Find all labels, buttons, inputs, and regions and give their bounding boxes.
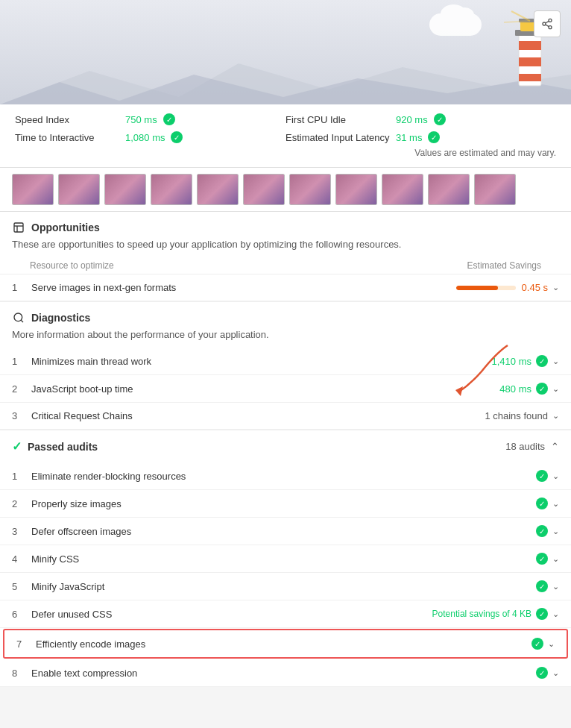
passed-item-2[interactable]: 2 Properly size images ✓ ⌄ [0,490,571,518]
passed-item-1[interactable]: 1 Eliminate render-blocking resources ✓ … [0,462,571,490]
first-cpu-idle-check: ✓ [434,113,446,125]
passed-check-4: ✓ [536,553,548,565]
mountains-illustration [0,60,571,104]
diag-chevron-2[interactable]: ⌄ [552,384,559,394]
diag-label-1: Minimizes main thread work [31,356,486,367]
input-latency-check: ✓ [428,131,440,143]
tti-value: 1,080 ms [125,132,165,143]
passed-label-3: Defer offscreen images [31,526,530,537]
film-frame-2 [58,174,100,205]
passed-right-2: ✓ ⌄ [536,498,559,509]
passed-label-7: Efficiently encode images [36,638,526,650]
diag-label-2: JavaScript boot-up time [31,383,493,395]
diagnostic-item-1[interactable]: 1 Minimizes main thread work 1,410 ms ✓ … [0,348,571,375]
metrics-section: Speed Index 750 ms ✓ First CPU Idle 920 … [0,104,571,168]
share-button[interactable] [534,10,561,37]
passed-item-4[interactable]: 4 Minify CSS ✓ ⌄ [0,545,571,573]
passed-item-7[interactable]: 7 Efficiently encode images ✓ ⌄ [3,629,568,659]
col-savings: Estimated Savings [467,260,541,271]
diag-right-2: 480 ms ✓ ⌄ [499,383,559,395]
film-frame-8 [335,174,377,205]
diag-num-2: 2 [12,383,25,395]
opportunity-savings-1: 0.45 s ⌄ [456,282,559,293]
svg-line-15 [546,21,549,23]
svg-line-20 [21,320,23,322]
passed-item-5[interactable]: 5 Minify JavaScript ✓ ⌄ [0,573,571,600]
metrics-grid: Speed Index 750 ms ✓ First CPU Idle 920 … [15,113,556,143]
diagnostic-item-2[interactable]: 2 JavaScript boot-up time 480 ms ✓ ⌄ [0,375,571,403]
diag-label-3: Critical Request Chains [31,410,479,421]
diag-check-1: ✓ [536,355,548,367]
passed-num-7: 7 [16,638,30,650]
speed-index-check: ✓ [163,113,175,125]
passed-chevron-3[interactable]: ⌄ [552,527,559,536]
film-frame-11 [474,174,516,205]
chevron-up-icon[interactable]: ⌃ [551,441,559,452]
metric-speed-index: Speed Index 750 ms ✓ [15,113,286,125]
passed-right-1: ✓ ⌄ [536,470,559,482]
passed-savings-6: Potential savings of 4 KB [432,609,531,619]
chevron-icon-1[interactable]: ⌄ [552,283,559,292]
film-frame-7 [289,174,331,205]
diagnostics-title: Diagnostics [31,312,90,324]
opportunities-table-header: Resource to optimize Estimated Savings [0,257,571,274]
checkmark-icon: ✓ [12,439,22,454]
passed-right-6: Potential savings of 4 KB ✓ ⌄ [432,608,559,620]
svg-point-12 [543,22,546,25]
diagnostics-header: Diagnostics [0,302,571,327]
film-frame-3 [104,174,146,205]
passed-chevron-2[interactable]: ⌄ [552,499,559,509]
diag-value-2: 480 ms [499,383,531,395]
first-cpu-idle-value: 920 ms [396,114,428,125]
passed-right-8: ✓ ⌄ [536,667,559,679]
metric-first-cpu-idle: First CPU Idle 920 ms ✓ [286,113,556,125]
passed-check-1: ✓ [536,470,548,482]
diagnostic-item-3[interactable]: 3 Critical Request Chains 1 chains found… [0,403,571,430]
first-cpu-idle-label: First CPU Idle [286,114,390,125]
speed-index-value: 750 ms [125,114,157,125]
film-frame-6 [243,174,285,205]
passed-num-2: 2 [12,498,25,509]
passed-header-left: ✓ Passed audits [12,439,98,454]
passed-check-3: ✓ [536,525,548,537]
passed-item-3[interactable]: 3 Defer offscreen images ✓ ⌄ [0,518,571,545]
film-frame-10 [428,174,470,205]
passed-label-8: Enable text compression [31,668,530,679]
passed-right-5: ✓ ⌄ [536,580,559,592]
diag-chevron-1[interactable]: ⌄ [552,357,559,366]
diag-value-1: 1,410 ms [492,356,531,367]
savings-bar [456,286,516,290]
passed-item-8[interactable]: 8 Enable text compression ✓ ⌄ [0,659,571,687]
savings-value-1: 0.45 s [522,282,548,293]
metric-tti: Time to Interactive 1,080 ms ✓ [15,131,286,143]
passed-label-5: Minify JavaScript [31,581,530,592]
opportunity-label-1: Serve images in next-gen formats [31,282,450,293]
svg-point-11 [549,19,552,22]
opportunities-title: Opportunities [31,222,100,233]
opportunity-item-1[interactable]: 1 Serve images in next-gen formats 0.45 … [0,274,571,301]
passed-check-2: ✓ [536,498,548,509]
passed-chevron-5[interactable]: ⌄ [552,582,559,592]
passed-audits-header[interactable]: ✓ Passed audits 18 audits ⌃ [0,430,571,462]
diag-chevron-3[interactable]: ⌄ [552,411,559,421]
tti-check: ✓ [171,131,183,143]
diag-check-2: ✓ [536,383,548,395]
passed-count: 18 audits [505,441,545,452]
diag-value-3: 1 chains found [485,410,548,421]
passed-right-7: ✓ ⌄ [531,638,555,650]
passed-chevron-8[interactable]: ⌄ [552,668,559,678]
passed-chevron-6[interactable]: ⌄ [552,609,559,619]
svg-rect-3 [519,41,541,50]
passed-chevron-7[interactable]: ⌄ [548,639,555,649]
passed-chevron-4[interactable]: ⌄ [552,554,559,564]
speed-index-label: Speed Index [15,114,119,125]
opportunities-section: Opportunities These are opportunities to… [0,212,571,301]
passed-chevron-1[interactable]: ⌄ [552,471,559,481]
passed-label-2: Properly size images [31,498,530,509]
passed-item-6[interactable]: 6 Defer unused CSS Potential savings of … [0,600,571,628]
input-latency-label: Estimated Input Latency [286,132,390,143]
diag-num-1: 1 [12,356,25,367]
film-frame-1 [12,174,54,205]
passed-right-3: ✓ ⌄ [536,525,559,537]
opportunities-desc: These are opportunities to speed up your… [0,237,571,257]
